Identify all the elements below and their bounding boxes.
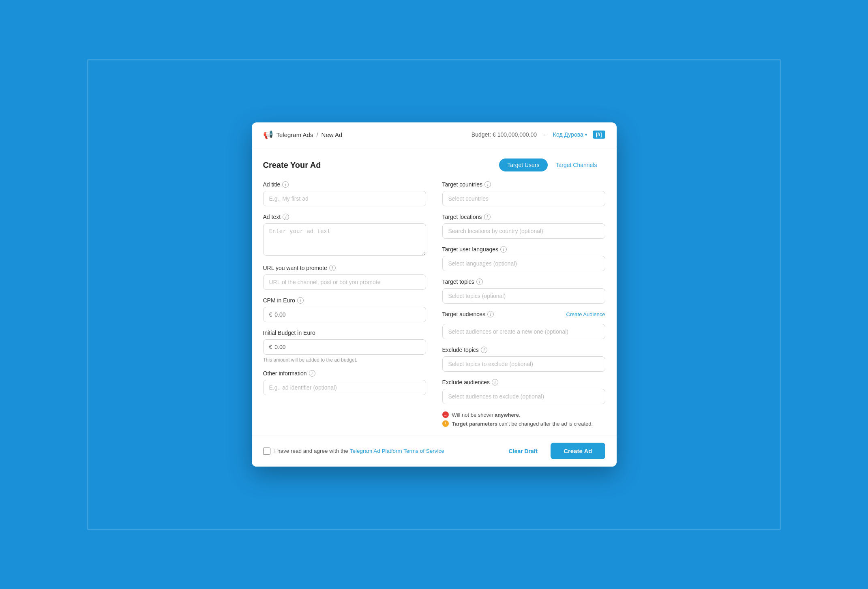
target-countries-info-icon[interactable]: i bbox=[484, 181, 491, 188]
info-text: Target parameters can't be changed after… bbox=[452, 421, 593, 427]
create-audience-link[interactable]: Create Audience bbox=[566, 311, 605, 317]
url-group: URL you want to promote i bbox=[263, 265, 426, 290]
initial-budget-label: Initial Budget in Euro bbox=[263, 330, 426, 336]
cpm-info-icon[interactable]: i bbox=[297, 297, 304, 304]
target-languages-label: Target user languages i bbox=[442, 246, 605, 253]
info-bold: Target parameters bbox=[452, 421, 497, 427]
chevron-down-icon: ▾ bbox=[585, 133, 587, 137]
terms-link[interactable]: Telegram Ad Platform Terms of Service bbox=[350, 448, 444, 454]
breadcrumb-page: New Ad bbox=[321, 131, 343, 138]
target-languages-group: Target user languages i bbox=[442, 246, 605, 271]
body-top: Create Your Ad Target Users Target Chann… bbox=[263, 158, 605, 171]
target-topics-input[interactable] bbox=[442, 288, 605, 304]
create-ad-modal: 📢 Telegram Ads / New Ad Budget: € 100,00… bbox=[252, 122, 617, 467]
target-audiences-label: Target audiences i bbox=[442, 311, 494, 317]
budget-currency: € bbox=[269, 344, 272, 350]
ad-title-label: Ad title i bbox=[263, 181, 426, 188]
target-locations-group: Target locations i bbox=[442, 214, 605, 239]
target-languages-info-icon[interactable]: i bbox=[500, 246, 507, 253]
target-countries-group: Target countries i bbox=[442, 181, 605, 206]
notices: – Will not be shown anywhere. ! Target p… bbox=[442, 411, 605, 427]
terms-checkbox-area: I have read and agree with the Telegram … bbox=[263, 448, 444, 455]
target-topics-label: Target topics i bbox=[442, 278, 605, 285]
cpm-currency: € bbox=[269, 311, 272, 318]
ad-title-info-icon[interactable]: i bbox=[282, 181, 289, 188]
page-title: Create Your Ad bbox=[263, 161, 321, 170]
budget-display: Budget: € 100,000,000.00 bbox=[472, 131, 537, 138]
url-info-icon[interactable]: i bbox=[329, 265, 336, 271]
ad-text-info-icon[interactable]: i bbox=[283, 214, 289, 220]
left-column: Ad title i Ad text i URL you w bbox=[263, 181, 426, 427]
telegram-logo-icon: 📢 bbox=[263, 130, 273, 139]
terms-text: I have read and agree with the Telegram … bbox=[274, 448, 444, 454]
other-info-label: Other information i bbox=[263, 370, 426, 377]
ad-text-label: Ad text i bbox=[263, 214, 426, 220]
warning-notice: – Will not be shown anywhere. bbox=[442, 411, 605, 418]
exclude-audiences-input[interactable] bbox=[442, 389, 605, 404]
warning-icon: – bbox=[442, 411, 449, 418]
info-notice: ! Target parameters can't be changed aft… bbox=[442, 420, 605, 427]
target-locations-label: Target locations i bbox=[442, 214, 605, 220]
dot-separator: · bbox=[544, 131, 546, 138]
cpm-input-wrap: € bbox=[263, 307, 426, 322]
header-left: 📢 Telegram Ads / New Ad bbox=[263, 130, 343, 139]
target-topics-group: Target topics i bbox=[442, 278, 605, 304]
budget-hint: This amount will be added to the ad budg… bbox=[263, 357, 426, 363]
target-audiences-input[interactable] bbox=[442, 324, 605, 339]
cpm-group: CPM in Euro i € bbox=[263, 297, 426, 322]
clear-draft-button[interactable]: Clear Draft bbox=[502, 444, 544, 458]
ad-text-input[interactable] bbox=[263, 223, 426, 256]
target-audiences-label-row: Target audiences i Create Audience bbox=[442, 311, 605, 317]
url-input[interactable] bbox=[263, 274, 426, 290]
app-name: Telegram Ads bbox=[276, 131, 313, 138]
exclude-topics-group: Exclude topics i bbox=[442, 347, 605, 372]
other-info-input[interactable] bbox=[263, 380, 426, 395]
modal-footer: I have read and agree with the Telegram … bbox=[252, 435, 617, 467]
other-info-icon[interactable]: i bbox=[309, 370, 315, 377]
exclude-topics-input[interactable] bbox=[442, 356, 605, 372]
info-icon: ! bbox=[442, 420, 449, 427]
header-right: Budget: € 100,000,000.00 · Код Дурова ▾ … bbox=[472, 131, 605, 139]
tg-badge: [//] bbox=[593, 131, 605, 139]
cpm-input[interactable] bbox=[274, 311, 420, 318]
tab-group: Target Users Target Channels bbox=[499, 158, 605, 171]
exclude-audiences-info-icon[interactable]: i bbox=[492, 379, 498, 386]
modal-header: 📢 Telegram Ads / New Ad Budget: € 100,00… bbox=[252, 122, 617, 147]
target-audiences-group: Target audiences i Create Audience bbox=[442, 311, 605, 339]
tab-target-users[interactable]: Target Users bbox=[499, 158, 547, 171]
other-info-group: Other information i bbox=[263, 370, 426, 395]
tab-target-channels[interactable]: Target Channels bbox=[548, 158, 605, 171]
ad-text-group: Ad text i bbox=[263, 214, 426, 257]
target-audiences-info-icon[interactable]: i bbox=[487, 311, 494, 317]
target-countries-input[interactable] bbox=[442, 191, 605, 206]
target-locations-input[interactable] bbox=[442, 223, 605, 239]
footer-actions: Clear Draft Create Ad bbox=[502, 443, 605, 459]
initial-budget-group: Initial Budget in Euro € This amount wil… bbox=[263, 330, 426, 363]
exclude-audiences-group: Exclude audiences i bbox=[442, 379, 605, 404]
terms-checkbox[interactable] bbox=[263, 448, 270, 455]
create-ad-button[interactable]: Create Ad bbox=[551, 443, 605, 459]
ad-title-input[interactable] bbox=[263, 191, 426, 206]
target-countries-label: Target countries i bbox=[442, 181, 605, 188]
exclude-audiences-label: Exclude audiences i bbox=[442, 379, 605, 386]
breadcrumb-separator: / bbox=[316, 131, 318, 138]
exclude-topics-label: Exclude topics i bbox=[442, 347, 605, 353]
target-topics-info-icon[interactable]: i bbox=[476, 278, 483, 285]
initial-budget-input-wrap: € bbox=[263, 339, 426, 355]
right-column: Target countries i Target locations i bbox=[442, 181, 605, 427]
warning-bold: anywhere bbox=[495, 412, 519, 418]
warning-text: Will not be shown anywhere. bbox=[452, 412, 521, 418]
modal-body: Create Your Ad Target Users Target Chann… bbox=[252, 147, 617, 435]
ad-title-group: Ad title i bbox=[263, 181, 426, 206]
account-name: Код Дурова bbox=[553, 131, 583, 138]
form-columns: Ad title i Ad text i URL you w bbox=[263, 181, 605, 427]
initial-budget-input[interactable] bbox=[274, 344, 420, 350]
account-selector[interactable]: Код Дурова ▾ bbox=[553, 131, 587, 138]
cpm-label: CPM in Euro i bbox=[263, 297, 426, 304]
target-languages-input[interactable] bbox=[442, 256, 605, 271]
exclude-topics-info-icon[interactable]: i bbox=[481, 347, 487, 353]
url-label: URL you want to promote i bbox=[263, 265, 426, 271]
target-locations-info-icon[interactable]: i bbox=[484, 214, 491, 220]
